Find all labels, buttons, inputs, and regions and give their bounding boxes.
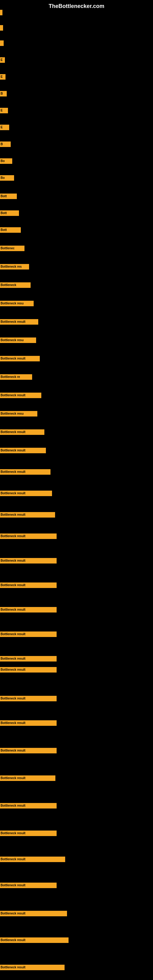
bar-label-34: Bottleneck result — [1, 656, 26, 662]
bar-row-21: Bottleneck re — [0, 374, 153, 380]
bar-row-33: Bottleneck result — [0, 631, 153, 638]
bar-row-31: Bottleneck result — [0, 582, 153, 589]
bar-label-6: E — [1, 108, 3, 113]
bar-label-27: Bottleneck result — [1, 491, 26, 496]
bar-row-22: Bottleneck result — [0, 392, 153, 399]
bar-label-5: B — [1, 91, 3, 97]
bar-row-1 — [0, 24, 153, 31]
bar-row-32: Bottleneck result — [0, 606, 153, 613]
bar-row-29: Bottleneck result — [0, 533, 153, 539]
bar-label-39: Bottleneck result — [1, 775, 26, 781]
bar-label-28: Bottleneck result — [1, 512, 26, 517]
bar-row-19: Bottleneck resu — [0, 337, 153, 344]
bar-label-44: Bottleneck result — [1, 911, 26, 916]
bar-row-13: Bott — [0, 227, 153, 233]
bar-row-30: Bottleneck result — [0, 557, 153, 564]
bar-row-18: Bottleneck result — [0, 318, 153, 325]
bar-row-11: Bott — [0, 193, 153, 200]
bar-row-9: Bo — [0, 158, 153, 164]
bar-row-2 — [0, 40, 153, 46]
bar-label-37: Bottleneck result — [1, 720, 26, 726]
bar-row-43: Bottleneck result — [0, 882, 153, 889]
bar-row-25: Bottleneck result — [0, 447, 153, 454]
bar-row-40: Bottleneck result — [0, 802, 153, 809]
bar-label-17: Bottleneck resu — [1, 301, 24, 306]
bar-label-3: E — [1, 57, 3, 63]
bar-row-24: Bottleneck result — [0, 429, 153, 436]
bar-row-45: Bottleneck result — [0, 937, 153, 943]
bar-row-15: Bottleneck res — [0, 263, 153, 270]
bar-label-21: Bottleneck re — [1, 374, 20, 380]
bar-label-33: Bottleneck result — [1, 632, 26, 637]
bar-row-17: Bottleneck resu — [0, 300, 153, 307]
bar-row-46: Bottleneck result — [0, 964, 153, 971]
bar-label-11: Bott — [1, 194, 7, 199]
bar-fill-0 — [0, 10, 2, 15]
bar-label-7: E — [1, 125, 3, 130]
bar-row-39: Bottleneck result — [0, 775, 153, 781]
bar-label-32: Bottleneck result — [1, 607, 26, 612]
bar-label-40: Bottleneck result — [1, 803, 26, 808]
bar-label-10: Bo — [1, 175, 5, 181]
bar-row-27: Bottleneck result — [0, 490, 153, 497]
bar-fill-2 — [0, 40, 4, 46]
bar-row-16: Bottleneck — [0, 282, 153, 288]
bar-label-8: B — [1, 142, 3, 147]
bar-label-46: Bottleneck result — [1, 965, 26, 970]
bar-label-45: Bottleneck result — [1, 937, 26, 943]
bar-label-38: Bottleneck result — [1, 748, 26, 753]
bar-label-35: Bottleneck result — [1, 667, 26, 673]
bar-row-44: Bottleneck result — [0, 910, 153, 917]
bar-label-14: Bottlenec — [1, 246, 15, 251]
bar-row-38: Bottleneck result — [0, 747, 153, 754]
bar-label-23: Bottleneck resu — [1, 411, 24, 417]
bar-row-37: Bottleneck result — [0, 720, 153, 726]
bar-row-36: Bottleneck result — [0, 695, 153, 702]
bar-label-12: Bott — [1, 210, 7, 216]
bar-label-4: E — [1, 74, 3, 80]
bar-label-25: Bottleneck result — [1, 448, 26, 453]
bar-row-8: B — [0, 141, 153, 148]
bar-label-15: Bottleneck res — [1, 264, 22, 269]
chart-area: TheBottlenecker.com EEBEEBBoBoBottBottBo… — [0, 0, 153, 980]
bar-label-41: Bottleneck result — [1, 830, 26, 836]
bar-label-13: Bott — [1, 227, 7, 233]
bar-row-7: E — [0, 124, 153, 131]
bar-label-16: Bottleneck — [1, 282, 16, 288]
bar-row-35: Bottleneck result — [0, 667, 153, 673]
bar-label-36: Bottleneck result — [1, 696, 26, 701]
bar-label-9: Bo — [1, 158, 5, 164]
bar-label-24: Bottleneck result — [1, 430, 26, 435]
bar-label-20: Bottleneck result — [1, 356, 26, 361]
bar-row-26: Bottleneck result — [0, 469, 153, 475]
bar-row-20: Bottleneck result — [0, 355, 153, 362]
bar-row-5: B — [0, 90, 153, 97]
bar-fill-1 — [0, 25, 3, 30]
bar-label-18: Bottleneck result — [1, 319, 26, 325]
bar-label-19: Bottleneck resu — [1, 337, 24, 343]
bar-row-10: Bo — [0, 175, 153, 181]
bar-row-12: Bott — [0, 210, 153, 216]
bar-label-43: Bottleneck result — [1, 883, 26, 888]
bar-label-29: Bottleneck result — [1, 533, 26, 539]
bar-row-34: Bottleneck result — [0, 655, 153, 662]
bar-label-31: Bottleneck result — [1, 582, 26, 588]
bar-row-4: E — [0, 73, 153, 80]
bar-row-41: Bottleneck result — [0, 830, 153, 837]
bar-label-26: Bottleneck result — [1, 469, 26, 475]
bar-label-42: Bottleneck result — [1, 857, 26, 862]
bar-row-23: Bottleneck resu — [0, 410, 153, 417]
bar-label-30: Bottleneck result — [1, 558, 26, 563]
bar-row-14: Bottlenec — [0, 245, 153, 252]
bar-label-22: Bottleneck result — [1, 393, 26, 398]
bar-row-28: Bottleneck result — [0, 511, 153, 518]
bar-row-3: E — [0, 57, 153, 64]
bar-row-0 — [0, 9, 153, 16]
bar-row-6: E — [0, 107, 153, 114]
bar-row-42: Bottleneck result — [0, 856, 153, 863]
